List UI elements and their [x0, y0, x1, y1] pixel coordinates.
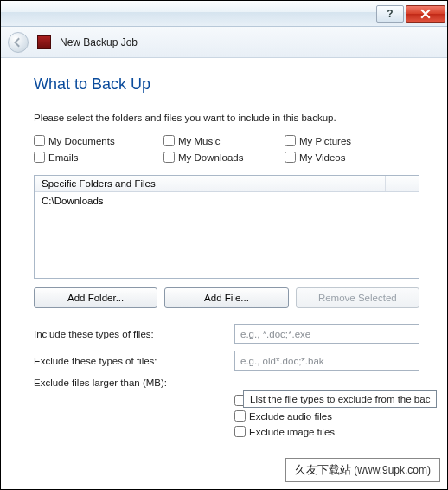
exclude-size-label: Exclude files larger than (MB):: [34, 377, 234, 388]
label-exclude-audio: Exclude audio files: [249, 411, 332, 422]
label-exclude-image: Exclude image files: [249, 427, 335, 437]
include-types-input[interactable]: [234, 324, 419, 344]
folder-list-header-label[interactable]: Specific Folders and Files: [35, 176, 386, 191]
checkbox-downloads[interactable]: [163, 152, 175, 163]
check-my-documents[interactable]: My Documents: [34, 135, 163, 146]
check-my-pictures[interactable]: My Pictures: [285, 135, 406, 146]
folder-list: Specific Folders and Files C:\Downloads: [34, 175, 419, 279]
check-my-downloads[interactable]: My Downloads: [163, 152, 285, 163]
folder-list-header-spacer: [386, 176, 419, 191]
checkbox-emails[interactable]: [34, 152, 45, 163]
titlebar: ?: [1, 1, 447, 27]
watermark-text: 久友下载站: [295, 462, 351, 478]
add-file-button[interactable]: Add File...: [164, 287, 288, 308]
folder-buttons-row: Add Folder... Add File... Remove Selecte…: [34, 287, 419, 308]
check-my-videos[interactable]: My Videos: [285, 152, 406, 163]
exclude-size-row: Exclude files larger than (MB):: [34, 377, 419, 388]
watermark-url: (www.9upk.com): [354, 464, 431, 476]
label-downloads: My Downloads: [178, 152, 243, 163]
folder-list-header: Specific Folders and Files: [35, 176, 419, 192]
window-title: New Backup Job: [60, 36, 138, 48]
exclude-types-row: Exclude these types of files:: [34, 351, 419, 371]
checkbox-music[interactable]: [163, 135, 175, 146]
app-icon: [37, 35, 51, 49]
exclude-types-label: Exclude these types of files:: [34, 356, 234, 366]
add-folder-button[interactable]: Add Folder...: [34, 287, 157, 308]
back-button[interactable]: [8, 32, 29, 53]
quick-folder-grid: My Documents My Music My Pictures Emails…: [34, 135, 419, 163]
checkbox-exclude-image[interactable]: [234, 426, 246, 437]
instruction-text: Please select the folders and files you …: [34, 113, 419, 123]
watermark: 久友下载站 (www.9upk.com): [285, 458, 440, 482]
exclude-types-input[interactable]: [234, 351, 419, 371]
label-pictures: My Pictures: [299, 136, 351, 146]
back-arrow-icon: [13, 37, 23, 48]
navigation-bar: New Backup Job: [1, 27, 447, 58]
content-area: What to Back Up Please select the folder…: [1, 58, 447, 437]
check-emails[interactable]: Emails: [34, 152, 163, 163]
check-exclude-audio[interactable]: Exclude audio files: [234, 410, 419, 422]
include-types-label: Include these types of files:: [34, 329, 234, 339]
close-button[interactable]: [406, 5, 445, 23]
folder-list-body[interactable]: C:\Downloads: [35, 192, 419, 278]
close-icon: [420, 9, 431, 19]
check-exclude-image[interactable]: Exclude image files: [234, 426, 419, 437]
checkbox-videos[interactable]: [285, 152, 296, 163]
page-heading: What to Back Up: [34, 75, 419, 93]
checkbox-exclude-audio[interactable]: [234, 410, 246, 422]
checkbox-pictures[interactable]: [285, 135, 296, 146]
folder-list-item[interactable]: C:\Downloads: [42, 196, 412, 206]
checkbox-documents[interactable]: [34, 135, 45, 146]
help-button[interactable]: ?: [376, 5, 404, 23]
label-videos: My Videos: [299, 152, 345, 163]
check-my-music[interactable]: My Music: [163, 135, 285, 146]
exclude-tooltip: List the file types to exclude from the …: [243, 390, 437, 408]
remove-selected-button: Remove Selected: [296, 287, 419, 308]
label-documents: My Documents: [48, 136, 115, 146]
label-emails: Emails: [48, 152, 79, 163]
include-types-row: Include these types of files:: [34, 324, 419, 344]
label-music: My Music: [178, 136, 221, 146]
